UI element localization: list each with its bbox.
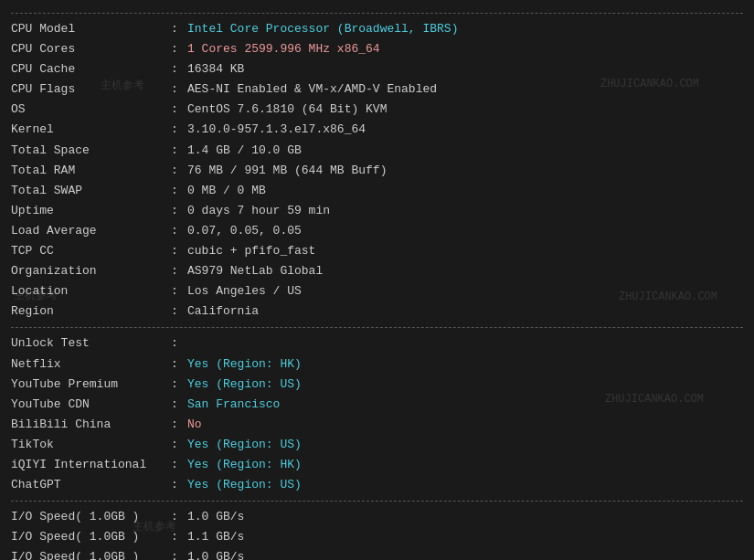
bilibili-row: BiliBili China : No — [11, 415, 743, 435]
tcp-cc-label: TCP CC — [11, 241, 171, 261]
cpu-flags-label: CPU Flags — [11, 79, 171, 100]
io-speed-3-row: I/O Speed( 1.0GB ) : 1.0 GB/s — [11, 547, 743, 560]
tiktok-row: TikTok : Yes (Region: US) — [11, 435, 743, 455]
kernel-label: Kernel — [11, 120, 171, 140]
bilibili-label: BiliBili China — [11, 415, 171, 435]
chatgpt-label: ChatGPT — [11, 475, 171, 495]
cpu-cores-value: 1 Cores 2599.996 MHz x86_64 — [187, 39, 380, 59]
youtube-premium-value: Yes (Region: US) — [187, 375, 302, 395]
unlock-test-header-row: Unlock Test : — [11, 333, 743, 354]
iqiyi-label: iQIYI International — [11, 455, 171, 475]
os-row: OS : CentOS 7.6.1810 (64 Bit) KVM — [11, 100, 743, 120]
total-space-label: Total Space — [11, 141, 171, 161]
iqiyi-row: iQIYI International : Yes (Region: HK) — [11, 455, 743, 475]
cpu-cores-label: CPU Cores — [11, 39, 171, 59]
youtube-premium-label: YouTube Premium — [11, 375, 171, 395]
tcp-cc-row: TCP CC : cubic + pfifo_fast — [11, 241, 743, 261]
total-ram-colon: : — [171, 161, 187, 181]
youtube-cdn-value: San Francisco — [187, 395, 280, 415]
load-average-colon: : — [171, 221, 187, 241]
iqiyi-value: Yes (Region: HK) — [187, 455, 302, 475]
location-label: Location — [11, 281, 171, 301]
youtube-cdn-label: YouTube CDN — [11, 395, 171, 415]
location-value: Los Angeles / US — [187, 281, 302, 301]
location-colon: : — [171, 281, 187, 301]
io-speed-2-colon: : — [171, 527, 187, 547]
io-speed-2-value: 1.1 GB/s — [187, 527, 244, 547]
organization-label: Organization — [11, 261, 171, 281]
cpu-model-value: Intel Core Processor (Broadwell, IBRS) — [187, 19, 458, 39]
iqiyi-colon: : — [171, 455, 187, 475]
total-swap-colon: : — [171, 181, 187, 201]
total-ram-row: Total RAM : 76 MB / 991 MB (644 MB Buff) — [11, 161, 743, 181]
tiktok-value: Yes (Region: US) — [187, 435, 302, 455]
total-swap-row: Total SWAP : 0 MB / 0 MB — [11, 181, 743, 201]
cpu-cache-row: CPU Cache : 16384 KB — [11, 59, 743, 79]
os-value: CentOS 7.6.1810 (64 Bit) KVM — [187, 100, 387, 120]
cpu-flags-colon: : — [171, 79, 187, 100]
io-speed-1-row: I/O Speed( 1.0GB ) : 1.0 GB/s — [11, 507, 743, 527]
tcp-cc-value: cubic + pfifo_fast — [187, 241, 315, 261]
total-ram-value: 76 MB / 991 MB (644 MB Buff) — [187, 161, 387, 181]
load-average-label: Load Average — [11, 221, 171, 241]
cpu-cache-colon: : — [171, 59, 187, 79]
region-label: Region — [11, 301, 171, 322]
region-row: Region : California — [11, 301, 743, 322]
organization-value: AS979 NetLab Global — [187, 261, 323, 281]
region-value: California — [187, 301, 259, 322]
top-divider — [11, 13, 743, 14]
os-label: OS — [11, 100, 171, 120]
location-row: Location : Los Angeles / US — [11, 281, 743, 301]
total-space-colon: : — [171, 141, 187, 161]
organization-row: Organization : AS979 NetLab Global — [11, 261, 743, 281]
netflix-value: Yes (Region: HK) — [187, 354, 302, 375]
total-space-row: Total Space : 1.4 GB / 10.0 GB — [11, 141, 743, 161]
unlock-test-header-colon: : — [171, 333, 187, 354]
organization-colon: : — [171, 261, 187, 281]
io-speed-2-label: I/O Speed( 1.0GB ) — [11, 527, 171, 547]
total-space-value: 1.4 GB / 10.0 GB — [187, 141, 302, 161]
youtube-premium-row: YouTube Premium : Yes (Region: US) — [11, 375, 743, 395]
tiktok-colon: : — [171, 435, 187, 455]
load-average-value: 0.07, 0.05, 0.05 — [187, 221, 302, 241]
cpu-flags-value: AES-NI Enabled & VM-x/AMD-V Enabled — [187, 79, 437, 100]
io-speed-1-colon: : — [171, 507, 187, 527]
after-unlock-divider — [11, 501, 743, 502]
io-speed-section: I/O Speed( 1.0GB ) : 1.0 GB/s I/O Speed(… — [11, 507, 743, 560]
netflix-row: Netflix : Yes (Region: HK) — [11, 354, 743, 375]
uptime-value: 0 days 7 hour 59 min — [187, 201, 330, 221]
total-ram-label: Total RAM — [11, 161, 171, 181]
os-colon: : — [171, 100, 187, 120]
cpu-cores-colon: : — [171, 39, 187, 59]
cpu-cores-row: CPU Cores : 1 Cores 2599.996 MHz x86_64 — [11, 39, 743, 59]
io-speed-1-label: I/O Speed( 1.0GB ) — [11, 507, 171, 527]
kernel-row: Kernel : 3.10.0-957.1.3.el7.x86_64 — [11, 120, 743, 140]
cpu-cache-label: CPU Cache — [11, 59, 171, 79]
netflix-colon: : — [171, 354, 187, 375]
kernel-value: 3.10.0-957.1.3.el7.x86_64 — [187, 120, 366, 140]
region-colon: : — [171, 301, 187, 322]
total-swap-label: Total SWAP — [11, 181, 171, 201]
load-average-row: Load Average : 0.07, 0.05, 0.05 — [11, 221, 743, 241]
chatgpt-row: ChatGPT : Yes (Region: US) — [11, 475, 743, 495]
cpu-model-colon: : — [171, 19, 187, 39]
youtube-cdn-row: YouTube CDN : San Francisco — [11, 395, 743, 415]
cpu-model-row: CPU Model : Intel Core Processor (Broadw… — [11, 19, 743, 39]
youtube-cdn-colon: : — [171, 395, 187, 415]
cpu-flags-row: CPU Flags : AES-NI Enabled & VM-x/AMD-V … — [11, 79, 743, 100]
bilibili-colon: : — [171, 415, 187, 435]
terminal: CPU Model : Intel Core Processor (Broadw… — [0, 0, 754, 560]
cpu-cache-value: 16384 KB — [187, 59, 244, 79]
uptime-label: Uptime — [11, 201, 171, 221]
after-system-divider — [11, 327, 743, 328]
io-speed-3-colon: : — [171, 547, 187, 560]
kernel-colon: : — [171, 120, 187, 140]
cpu-model-label: CPU Model — [11, 19, 171, 39]
tiktok-label: TikTok — [11, 435, 171, 455]
chatgpt-colon: : — [171, 475, 187, 495]
chatgpt-value: Yes (Region: US) — [187, 475, 302, 495]
io-speed-2-row: I/O Speed( 1.0GB ) : 1.1 GB/s — [11, 527, 743, 547]
unlock-test-section: Unlock Test : Netflix : Yes (Region: HK)… — [11, 333, 743, 495]
io-speed-3-label: I/O Speed( 1.0GB ) — [11, 547, 171, 560]
tcp-cc-colon: : — [171, 241, 187, 261]
